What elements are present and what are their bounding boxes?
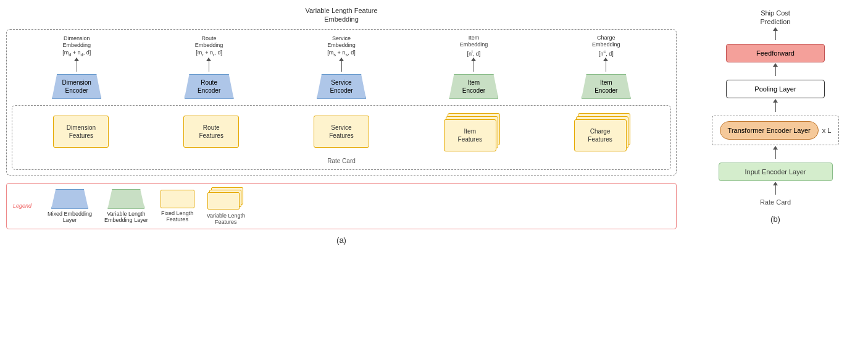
left-panel: Variable Length FeatureEmbedding Dimensi… <box>6 6 677 337</box>
main-container: Variable Length FeatureEmbedding Dimensi… <box>0 0 868 343</box>
route-features-col: RouteFeatures <box>148 116 275 148</box>
legend-item-yellow: Fixed LengthFeatures <box>161 190 194 222</box>
charge-embedding-label: ChargeEmbedding[nc, d] <box>592 35 620 58</box>
outer-dashed-box: DimensionEmbedding[md + nd, d] Dimension… <box>6 29 677 176</box>
route-encoder-col: RouteEmbedding[mr + nr, d] RouteEncoder <box>144 35 273 99</box>
legend-item-stacked: Variable LengthFeatures <box>207 187 245 225</box>
legend-green-label: Variable LengthEmbedding Layer <box>104 211 148 223</box>
feedforward-box: Feedforward <box>726 44 825 62</box>
service-features: ServiceFeatures <box>314 116 369 148</box>
legend-trap-green-icon <box>107 189 144 209</box>
ls-front <box>207 192 240 210</box>
dimension-encoder: DimensionEncoder <box>52 74 101 99</box>
arrow-to-feedforward <box>775 30 776 40</box>
xl-label: x L <box>822 127 832 134</box>
arrow-to-pooling <box>775 66 776 76</box>
service-encoder: ServiceEncoder <box>317 74 366 99</box>
dimension-features: DimensionFeatures <box>53 116 109 148</box>
route-features: RouteFeatures <box>183 116 239 148</box>
service-embedding-label: ServiceEmbedding[ms + ns, d] <box>327 35 356 58</box>
legend-blue-label: Mixed EmbeddingLayer <box>48 211 92 223</box>
features-row: DimensionFeatures RouteFeatures ServiceF… <box>17 111 666 153</box>
encoders-section: DimensionEmbedding[md + nd, d] Dimension… <box>12 35 671 103</box>
charge-encoder-col: ChargeEmbedding[nc, d] ItemEncoder <box>541 35 671 99</box>
left-caption: (a) <box>6 235 677 245</box>
arrow-to-input-encoder <box>775 149 776 159</box>
item-features: ItemFeatures <box>444 119 496 151</box>
route-encoder: RouteEncoder <box>185 74 234 99</box>
dimension-features-col: DimensionFeatures <box>17 116 145 148</box>
pooling-layer-box: Pooling Layer <box>726 80 825 98</box>
legend-yellow-icon <box>161 190 194 208</box>
right-title: Ship CostPrediction <box>761 9 791 27</box>
arrow-up-service <box>341 61 342 72</box>
charge-features-col: ChargeFeatures <box>538 111 666 153</box>
transformer-box: Transformer Encoder Layer <box>720 121 819 140</box>
item-features-stacked: ItemFeatures <box>444 111 499 153</box>
charge-features: ChargeFeatures <box>574 119 627 151</box>
item-encoder-col: ItemEmbedding[ni, d] ItemEncoder <box>409 35 538 99</box>
vlfe-title: Variable Length FeatureEmbedding <box>6 6 677 24</box>
rate-card-label: Rate Card <box>17 158 666 164</box>
legend-trap-blue-icon <box>51 189 88 209</box>
legend-item-blue: Mixed EmbeddingLayer <box>48 189 92 223</box>
legend-title: Legend <box>13 203 31 209</box>
service-encoder-col: ServiceEmbedding[ms + ns, d] ServiceEnco… <box>277 35 406 99</box>
route-embedding-label: RouteEmbedding[mr + nr, d] <box>195 35 223 58</box>
legend-stacked-label: Variable LengthFeatures <box>207 213 245 225</box>
charge-encoder: ItemEncoder <box>582 74 631 99</box>
arrow-to-transformer <box>775 102 776 112</box>
right-rate-card-label: Rate Card <box>760 198 791 206</box>
transformer-dashed: Transformer Encoder Layer x L <box>712 116 840 145</box>
legend-stacked-icon <box>207 187 244 211</box>
arrow-up-charge <box>606 61 606 72</box>
legend-box: Legend Mixed EmbeddingLayer Variable Len… <box>6 183 677 229</box>
item-encoder: ItemEncoder <box>449 74 498 99</box>
dim-embedding-label: DimensionEmbedding[md + nd, d] <box>62 35 91 58</box>
right-panel: Ship CostPrediction Feedforward Pooling … <box>689 6 862 337</box>
item-embedding-label: ItemEmbedding[ni, d] <box>460 35 488 58</box>
item-features-col: ItemFeatures <box>407 111 535 153</box>
arrow-to-rate-card <box>775 185 776 195</box>
right-caption: (b) <box>770 214 780 224</box>
rate-card-box: DimensionFeatures RouteFeatures ServiceF… <box>12 105 671 170</box>
service-features-col: ServiceFeatures <box>278 116 406 148</box>
input-encoder-box: Input Encoder Layer <box>719 163 833 181</box>
arrow-up-dim <box>77 61 77 72</box>
arrow-up-route <box>209 61 209 72</box>
arrow-up-item <box>474 61 474 72</box>
dimension-encoder-col: DimensionEmbedding[md + nd, d] Dimension… <box>12 35 141 99</box>
legend-item-green: Variable LengthEmbedding Layer <box>104 189 148 223</box>
charge-features-stacked: ChargeFeatures <box>574 111 630 153</box>
legend-yellow-label: Fixed LengthFeatures <box>161 210 193 222</box>
